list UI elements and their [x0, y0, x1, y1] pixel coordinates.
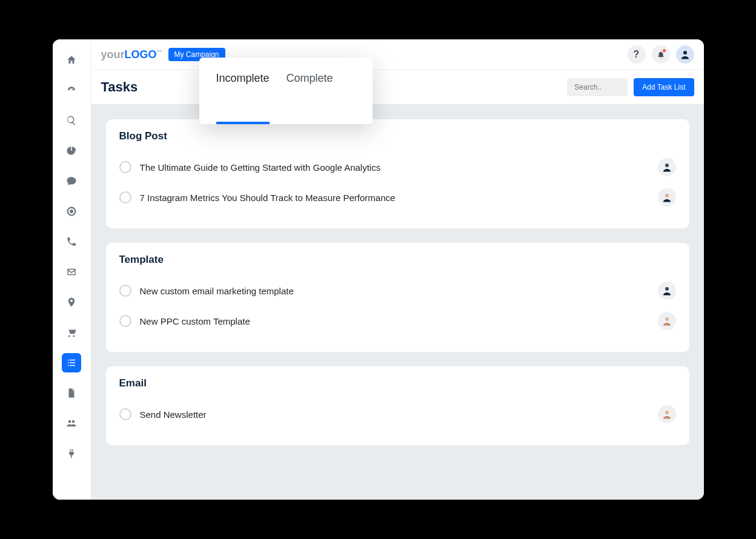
task-checkbox[interactable] — [119, 161, 131, 173]
sidebar-item-integrations[interactable] — [62, 444, 81, 463]
mail-icon — [66, 266, 77, 277]
avatar-icon — [680, 49, 691, 60]
avatar-icon — [662, 192, 672, 203]
task-list-title: Email — [119, 377, 676, 389]
svg-point-3 — [665, 287, 669, 291]
logo-main: LOGO — [125, 48, 157, 61]
task-row[interactable]: Send Newsletter — [119, 399, 676, 429]
users-icon — [66, 418, 77, 429]
task-row[interactable]: New PPC custom Template — [119, 306, 676, 336]
task-list-title: Blog Post — [119, 130, 676, 142]
user-avatar[interactable] — [676, 45, 694, 64]
search-icon — [66, 115, 77, 126]
notifications-button[interactable] — [652, 45, 670, 64]
sidebar-item-cart[interactable] — [62, 323, 81, 342]
tasks-icon — [66, 357, 77, 368]
sidebar-item-dashboard[interactable] — [62, 81, 81, 100]
sidebar-item-mail[interactable] — [62, 262, 81, 282]
topbar: yourLOGO™ My Campaign ? — [91, 39, 704, 70]
task-checkbox[interactable] — [119, 191, 131, 203]
avatar-icon — [662, 162, 672, 173]
task-list-card: Template New custom email marketing temp… — [106, 243, 689, 352]
task-label: New custom email marketing template — [140, 286, 649, 296]
task-list-title: Template — [119, 254, 676, 266]
task-assignee-avatar[interactable] — [658, 405, 676, 423]
task-label: Send Newsletter — [140, 409, 649, 420]
tab-incomplete[interactable]: Incomplete — [216, 72, 270, 124]
task-label: The Ultimate Guide to Getting Started wi… — [140, 162, 649, 173]
task-assignee-avatar[interactable] — [658, 188, 676, 207]
task-checkbox[interactable] — [119, 285, 131, 297]
cart-icon — [66, 327, 77, 338]
avatar-icon — [662, 409, 672, 420]
task-assignee-avatar[interactable] — [658, 282, 676, 300]
sidebar-item-reports[interactable] — [62, 141, 81, 160]
chat-icon — [66, 176, 77, 187]
task-checkbox[interactable] — [119, 408, 131, 420]
task-row[interactable]: New custom email marketing template — [119, 276, 676, 306]
task-row[interactable]: The Ultimate Guide to Getting Started wi… — [119, 152, 676, 182]
logo-prefix: your — [101, 48, 125, 61]
sidebar-item-places[interactable] — [62, 293, 81, 312]
sidebar-item-calls[interactable] — [62, 232, 81, 251]
notification-dot — [663, 49, 666, 52]
logo-tm: ™ — [157, 49, 162, 55]
avatar-icon — [662, 316, 672, 326]
task-assignee-avatar[interactable] — [658, 312, 676, 330]
sidebar-item-docs[interactable] — [62, 383, 81, 403]
plug-icon — [66, 448, 77, 459]
tabs-dropdown: Incomplete Complete — [199, 58, 373, 124]
sidebar-item-home[interactable] — [62, 50, 81, 70]
help-button[interactable]: ? — [628, 45, 646, 64]
svg-point-5 — [665, 411, 669, 414]
target-icon — [66, 206, 77, 217]
sidebar-item-goals[interactable] — [62, 202, 81, 221]
task-label: 7 Instagram Metrics You Should Track to … — [140, 193, 649, 203]
task-checkbox[interactable] — [119, 315, 131, 327]
avatar-icon — [662, 285, 672, 296]
question-icon: ? — [634, 49, 640, 60]
svg-point-4 — [665, 317, 669, 321]
page-title: Tasks — [101, 79, 138, 95]
svg-point-2 — [665, 194, 669, 197]
titlebar: Tasks Add Task List — [91, 70, 704, 105]
sidebar-item-users[interactable] — [62, 414, 81, 433]
pin-icon — [66, 297, 77, 308]
phone-icon — [66, 236, 77, 247]
sidebar-item-search[interactable] — [62, 111, 81, 130]
task-row[interactable]: 7 Instagram Metrics You Should Track to … — [119, 182, 676, 213]
gauge-icon — [66, 85, 77, 96]
task-list-card: Blog Post The Ultimate Guide to Getting … — [106, 119, 689, 228]
svg-point-0 — [683, 51, 687, 55]
search-input[interactable] — [567, 78, 628, 96]
content-area: Blog Post The Ultimate Guide to Getting … — [91, 105, 704, 500]
add-task-list-button[interactable]: Add Task List — [634, 78, 694, 96]
file-icon — [66, 388, 77, 398]
home-icon — [66, 55, 77, 65]
task-list-card: Email Send Newsletter — [106, 366, 689, 445]
app-window: yourLOGO™ My Campaign ? Tasks Add Task L… — [53, 39, 704, 500]
task-label: New PPC custom Template — [140, 316, 649, 326]
sidebar-item-chat[interactable] — [62, 171, 81, 191]
task-assignee-avatar[interactable] — [658, 158, 676, 176]
main-panel: yourLOGO™ My Campaign ? Tasks Add Task L… — [91, 39, 704, 500]
svg-point-1 — [665, 164, 669, 167]
sidebar — [53, 39, 91, 500]
pie-icon — [66, 145, 77, 156]
tab-complete[interactable]: Complete — [287, 72, 333, 124]
sidebar-item-tasks[interactable] — [62, 353, 81, 372]
logo: yourLOGO™ — [101, 48, 162, 61]
